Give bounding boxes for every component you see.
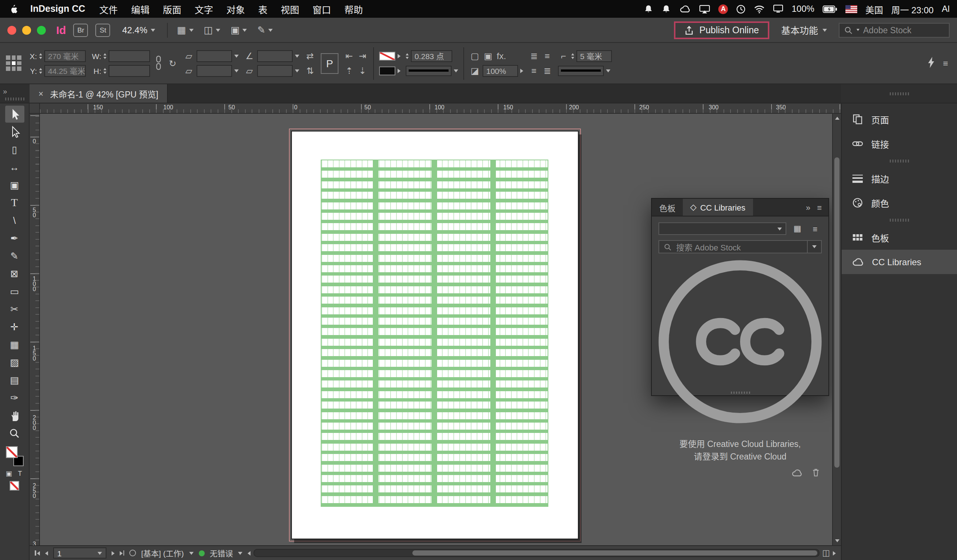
chevron-down-icon[interactable]	[606, 69, 610, 72]
preflight-profile-label[interactable]: [基本] (工作)	[141, 547, 184, 558]
page-tool[interactable]: ▯	[5, 141, 24, 158]
pen-tool[interactable]: ✒	[5, 230, 24, 247]
effects-icon[interactable]: ▣	[483, 50, 494, 62]
note-tool[interactable]: ▤	[5, 372, 24, 389]
panel-menu-icon[interactable]: ≡	[817, 203, 822, 212]
arrange-documents-dropdown[interactable]: ✎	[256, 24, 275, 35]
menu-window[interactable]: 窗口	[306, 2, 338, 16]
tab-swatches[interactable]: 色板	[652, 199, 683, 216]
collapse-chevrons-icon[interactable]: »	[3, 87, 27, 95]
library-search-input[interactable]: 搜索 Adobe Stock	[659, 240, 822, 253]
document-tab[interactable]: × 未命名-1 @ 42% [GPU 预览]	[30, 84, 168, 103]
drop-shadow-icon[interactable]: ▢	[469, 50, 480, 62]
rectangle-tool[interactable]: ▭	[5, 283, 24, 300]
gap-tool[interactable]: ↔	[5, 159, 24, 176]
panel-menu-icon[interactable]: ≡	[940, 57, 951, 69]
dock-item-stroke[interactable]: 描边	[842, 166, 957, 191]
distribute-left-icon[interactable]: ⇤	[344, 50, 355, 62]
chevron-down-icon[interactable]	[234, 54, 239, 57]
w-stepper[interactable]	[103, 53, 106, 59]
vertical-ruler[interactable]: 0 50 100 150 200 250 300	[30, 114, 40, 545]
units-increments-dropdown[interactable]: ▦	[175, 24, 195, 35]
distribute-down-icon[interactable]: ⇣	[357, 65, 368, 76]
scroll-down-icon[interactable]	[835, 539, 840, 542]
sync-status-icon[interactable]	[791, 468, 802, 478]
stroke-color-swatch-none[interactable]	[379, 51, 395, 60]
fx-label[interactable]: fx.	[496, 50, 507, 62]
menu-object[interactable]: 对象	[220, 2, 252, 16]
bridge-button[interactable]: Br	[74, 23, 88, 36]
pasteboard[interactable]: 色板 ◇ CC Libraries » ≡	[40, 114, 832, 545]
zoom-level-dropdown[interactable]: 42.4%	[122, 25, 156, 35]
menu-table[interactable]: 表	[252, 2, 274, 16]
dock-group-grip[interactable]	[842, 215, 957, 226]
select-container-proxy[interactable]: P	[321, 53, 338, 74]
chevron-down-icon[interactable]	[295, 69, 299, 72]
previous-page-button[interactable]	[45, 551, 48, 555]
minimize-window-button[interactable]	[22, 25, 31, 34]
stroke-weight-stepper[interactable]	[406, 53, 409, 59]
clock-label[interactable]: 周一 23:00	[891, 3, 934, 15]
grid-view-button[interactable]: ▦	[791, 223, 804, 235]
y-stepper[interactable]	[39, 68, 42, 74]
view-options-dropdown[interactable]: ◫	[202, 24, 222, 35]
tools-panel-header[interactable]: »	[0, 84, 30, 103]
chevron-down-icon[interactable]	[454, 69, 458, 72]
input-language-flag-icon[interactable]	[845, 5, 857, 13]
scale-x-field[interactable]	[197, 50, 232, 62]
direct-selection-tool[interactable]	[5, 123, 24, 140]
gradient-feather-tool[interactable]: ▨	[5, 354, 24, 371]
shear-angle-field[interactable]	[257, 65, 293, 76]
fill-color-swatch-black[interactable]	[379, 66, 395, 75]
battery-icon[interactable]	[823, 5, 837, 13]
close-window-button[interactable]	[7, 25, 16, 34]
chevron-down-icon[interactable]	[234, 69, 239, 72]
stroke-style-dropdown[interactable]	[406, 65, 452, 76]
dock-item-pages[interactable]: 页面	[842, 107, 957, 131]
apple-menu-icon[interactable]	[9, 3, 19, 14]
panel-grip[interactable]	[889, 92, 909, 95]
selection-tool[interactable]	[5, 106, 24, 123]
library-select-dropdown[interactable]	[659, 222, 786, 235]
chevron-down-icon[interactable]	[238, 552, 243, 554]
distribute-up-icon[interactable]: ⇡	[344, 65, 355, 76]
live-screen-mode-icon[interactable]: ◫	[822, 548, 830, 558]
page-surface[interactable]	[291, 131, 579, 539]
menu-help[interactable]: 帮助	[338, 2, 370, 16]
rectangle-frame-tool[interactable]: ⊠	[5, 265, 24, 282]
reference-point-proxy[interactable]	[6, 55, 21, 71]
publish-online-button[interactable]: Publish Online	[674, 21, 769, 39]
align-panel-icon[interactable]: ≡	[528, 65, 540, 76]
flyout-icon[interactable]	[520, 68, 523, 73]
panel-grip[interactable]	[5, 97, 24, 100]
h-stepper[interactable]	[103, 68, 106, 74]
fill-stroke-indicator[interactable]	[5, 446, 24, 466]
manuscript-grid[interactable]	[321, 159, 548, 506]
apply-none-button[interactable]	[9, 481, 19, 491]
scroll-right-icon[interactable]	[833, 551, 836, 555]
menu-type[interactable]: 文字	[188, 2, 220, 16]
stroke-weight-field[interactable]: 0.283 点	[411, 50, 452, 62]
dock-item-color[interactable]: 颜色	[842, 191, 957, 215]
content-collector-tool[interactable]: ▣	[5, 177, 24, 194]
menu-view[interactable]: 视图	[274, 2, 306, 16]
menu-layout[interactable]: 版面	[156, 2, 188, 16]
y-field[interactable]: 44.25 毫米	[44, 65, 86, 76]
input-language-label[interactable]: 美国	[865, 3, 883, 15]
dock-item-swatches[interactable]: 色板	[842, 226, 957, 250]
free-transform-tool[interactable]: ✛	[5, 319, 24, 335]
wifi-icon[interactable]	[754, 5, 765, 13]
flip-horizontal-button[interactable]: ⇄	[305, 50, 316, 62]
flyout-icon[interactable]	[398, 54, 401, 58]
menu-file[interactable]: 文件	[93, 2, 125, 16]
list-view-button[interactable]: ≡	[809, 223, 822, 235]
ruler-origin-corner[interactable]	[30, 103, 40, 114]
h-field[interactable]	[109, 65, 150, 76]
chevron-down-icon[interactable]	[295, 54, 299, 57]
first-page-button[interactable]	[35, 551, 39, 555]
scroll-up-icon[interactable]	[835, 117, 840, 120]
horizontal-scrollbar[interactable]: ◫	[248, 548, 836, 558]
corner-stepper[interactable]	[571, 53, 574, 59]
zoom-window-button[interactable]	[37, 25, 46, 34]
fill-swatch-none[interactable]	[6, 446, 17, 458]
